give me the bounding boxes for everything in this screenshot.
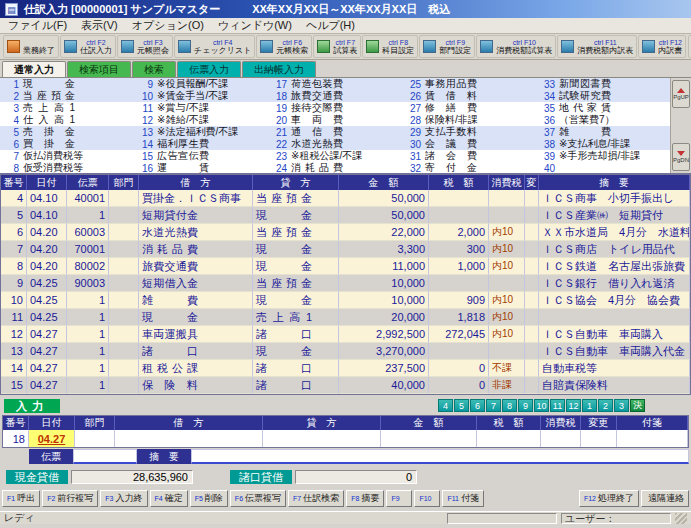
page-down-button[interactable]: PgDN xyxy=(672,143,690,171)
toolbar-button[interactable]: ctrl F10 消費税額試算表 xyxy=(476,35,556,58)
tab-normal-input[interactable]: 通常入力 xyxy=(2,61,66,77)
journal-row[interactable]: 8 04.20 80002 旅費交通費 現金 11,000 1,000 内10 … xyxy=(1,258,690,275)
account-item[interactable]: 36 （営業費7） xyxy=(536,114,670,126)
account-item[interactable]: 15 広告宣伝費 xyxy=(134,150,268,162)
account-item[interactable]: 39 ※手形売却損/非課 xyxy=(536,150,670,162)
entry-debit-field[interactable] xyxy=(115,430,263,447)
memo-field[interactable] xyxy=(191,449,689,464)
toolbar-button[interactable]: ctrl F2 仕訳入力 xyxy=(60,35,116,58)
month-page-button[interactable]: 10 xyxy=(534,399,549,412)
function-key-button[interactable]: F4 確定 xyxy=(150,490,188,507)
toolbar-button[interactable]: 業務終了 xyxy=(3,35,59,58)
account-item[interactable]: 23 ※租税公課/不課 xyxy=(268,150,402,162)
account-item[interactable]: 6 買掛金 xyxy=(0,138,134,150)
account-item[interactable]: 37 雑費 xyxy=(536,126,670,138)
journal-row[interactable]: 5 04.10 1 短期貸付金 現金 50,000 ＩＣＳ産業㈱ 短期貸付 xyxy=(1,207,690,224)
menu-item[interactable]: ファイル(F) xyxy=(8,18,67,33)
account-item[interactable]: 29 支払手数料 xyxy=(402,126,536,138)
tab-cashbook-input[interactable]: 出納帳入力 xyxy=(242,61,316,77)
account-item[interactable]: 34 試験研究費 xyxy=(536,90,670,102)
account-item[interactable]: 32 寄付金 xyxy=(402,162,536,174)
function-key-button[interactable]: F1 呼出 xyxy=(2,490,40,507)
toolbar-button[interactable]: ctrl F9 部門設定 xyxy=(419,35,475,58)
month-page-button[interactable]: 6 xyxy=(470,399,485,412)
menu-item[interactable]: 表示(V) xyxy=(81,18,118,33)
journal-row[interactable]: 6 04.20 60003 水道光熱費 当座預金 22,000 2,000 内1… xyxy=(1,224,690,241)
account-item[interactable]: 5 売掛金 xyxy=(0,126,134,138)
journal-row[interactable]: 12 04.27 1 車両運搬具 諸口 2,992,500 272,045 内1… xyxy=(1,326,690,343)
account-item[interactable]: 14 福利厚生費 xyxy=(134,138,268,150)
entry-fusen-field[interactable] xyxy=(617,430,688,447)
month-page-button[interactable]: 2 xyxy=(598,399,613,412)
toolbar-button[interactable]: ctrl F3 元帳照会 xyxy=(117,35,173,58)
journal-row[interactable]: 10 04.25 1 雑費 現金 10,000 909 内10 ＩＣＳ協会 4月… xyxy=(1,292,690,309)
tab-search-items[interactable]: 検索項目 xyxy=(67,61,131,77)
account-item[interactable]: 20 車両費 xyxy=(268,114,402,126)
toolbar-button[interactable]: ctrl F11 消費税額内訳表 xyxy=(557,35,637,58)
account-item[interactable]: 16 運賃 xyxy=(134,162,268,174)
page-up-button[interactable]: PgUP xyxy=(672,80,690,108)
entry-date-field[interactable]: 04.27 xyxy=(29,430,75,447)
account-item[interactable]: 1 現金 xyxy=(0,78,134,90)
menu-item[interactable]: ウィンドウ(W) xyxy=(218,18,292,33)
entry-tax-field[interactable] xyxy=(477,430,541,447)
account-item[interactable]: 18 旅費交通費 xyxy=(268,90,402,102)
account-item[interactable]: 24 消耗品費 xyxy=(268,162,402,174)
account-item[interactable]: 31 諸会費 xyxy=(402,150,536,162)
function-key-button[interactable]: F7 仕訳検索 xyxy=(288,490,344,507)
month-page-button[interactable]: 11 xyxy=(550,399,565,412)
function-key-button[interactable]: 遠隔連絡 xyxy=(641,490,689,507)
journal-row[interactable]: 13 04.27 1 諸口 現金 3,270,000 ＩＣＳ自動車 車両購入代金 xyxy=(1,343,690,360)
voucher-field[interactable] xyxy=(73,449,137,464)
journal-row[interactable]: 4 04.10 40001 買掛金．ＩＣＳ商事 当座預金 50,000 ＩＣＳ商… xyxy=(1,190,690,207)
account-item[interactable]: 11 ※賞与/不課 xyxy=(134,102,268,114)
account-item[interactable]: 27 修繕費 xyxy=(402,102,536,114)
entry-change-field[interactable] xyxy=(581,430,617,447)
function-key-button[interactable]: F10 xyxy=(414,490,440,507)
function-key-button[interactable]: F11 付箋 xyxy=(442,490,484,507)
account-item[interactable]: 30 会議費 xyxy=(402,138,536,150)
month-page-button[interactable]: 1 xyxy=(582,399,597,412)
account-item[interactable]: 19 接待交際費 xyxy=(268,102,402,114)
account-item[interactable]: 17 荷造包装費 xyxy=(268,78,402,90)
entry-amount-field[interactable] xyxy=(381,430,477,447)
function-key-button[interactable]: F5 削除 xyxy=(190,490,228,507)
journal-row[interactable]: 11 04.25 1 現金 売上高1 20,000 1,818 内10 xyxy=(1,309,690,326)
account-item[interactable]: 10 ※賃金手当/不課 xyxy=(134,90,268,102)
account-item[interactable]: 8 仮受消費税等 xyxy=(0,162,134,174)
menu-item[interactable]: ヘルプ(H) xyxy=(306,18,355,33)
account-item[interactable]: 28 保険料/非課 xyxy=(402,114,536,126)
function-key-button[interactable]: F3 入力終 xyxy=(100,490,147,507)
toolbar-button[interactable]: ctrl F12 内訳書 xyxy=(638,35,686,58)
toolbar-button[interactable]: ctrl F7 試算表 xyxy=(313,35,361,58)
journal-row[interactable]: 15 04.27 1 保険料 諸口 40,000 0 非課 自賠責保険料 xyxy=(1,377,690,394)
account-item[interactable]: 4 仕入高1 xyxy=(0,114,134,126)
entry-taxclass-field[interactable] xyxy=(541,430,581,447)
account-item[interactable]: 9 ※役員報酬/不課 xyxy=(134,78,268,90)
month-page-button[interactable]: 7 xyxy=(486,399,501,412)
toolbar-button[interactable]: ctrl F6 元帳検索 xyxy=(256,35,312,58)
entry-department-field[interactable] xyxy=(75,430,115,447)
function-key-button[interactable]: F2 前行複写 xyxy=(42,490,98,507)
account-item[interactable]: 7 仮払消費税等 xyxy=(0,150,134,162)
entry-credit-field[interactable] xyxy=(263,430,381,447)
account-item[interactable]: 38 ※支払利息/非課 xyxy=(536,138,670,150)
account-item[interactable]: 25 事務用品費 xyxy=(402,78,536,90)
account-item[interactable]: 35 地代家賃 xyxy=(536,102,670,114)
account-item[interactable]: 21 通信費 xyxy=(268,126,402,138)
month-page-button[interactable]: 4 xyxy=(438,399,453,412)
function-key-button[interactable]: F6 伝票複写 xyxy=(230,490,286,507)
menu-item[interactable]: オプション(O) xyxy=(132,18,204,33)
tab-search[interactable]: 検索 xyxy=(132,61,176,77)
function-key-button[interactable]: F9 xyxy=(386,490,412,507)
month-page-button[interactable]: 3 xyxy=(614,399,629,412)
account-item[interactable]: 33 新聞図書費 xyxy=(536,78,670,90)
month-page-button[interactable]: 8 xyxy=(502,399,517,412)
toolbar-button[interactable]: ctrl F8 科目設定 xyxy=(362,35,418,58)
month-page-button[interactable]: 決 xyxy=(630,399,645,412)
account-item[interactable]: 22 水道光熱費 xyxy=(268,138,402,150)
toolbar-button[interactable]: ctrl F4 チェックリスト xyxy=(174,35,255,58)
month-page-button[interactable]: 12 xyxy=(566,399,581,412)
account-item[interactable]: 3 売上高1 xyxy=(0,102,134,114)
month-page-button[interactable]: 5 xyxy=(454,399,469,412)
